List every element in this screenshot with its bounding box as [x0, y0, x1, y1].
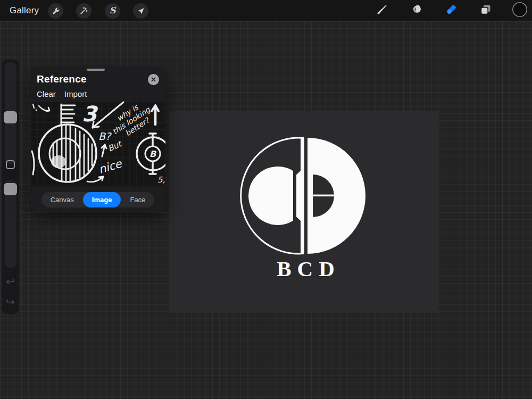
undo-button[interactable]: ↩ [2, 275, 19, 289]
actions-button[interactable] [48, 3, 63, 19]
artwork-canvas[interactable]: BCD [169, 111, 439, 313]
layers-button[interactable] [477, 2, 494, 19]
panel-actions: Clear Import [37, 89, 87, 98]
brush-size-handle[interactable] [4, 111, 17, 123]
modify-square-button[interactable] [6, 160, 15, 169]
paint-tool-button[interactable] [373, 2, 390, 19]
smudge-finger-icon [410, 3, 423, 19]
sketch-number-three: 3 [82, 102, 98, 126]
active-color-swatch [512, 2, 528, 20]
sketch-note: why is this looking better? [106, 101, 157, 143]
gallery-button[interactable]: Gallery [10, 5, 39, 16]
undo-icon: ↩ [6, 276, 15, 287]
tab-canvas[interactable]: Canvas [41, 192, 83, 207]
layers-icon [479, 3, 493, 19]
opacity-handle[interactable] [4, 183, 17, 195]
panel-drag-handle[interactable] [87, 69, 105, 71]
tab-image[interactable]: Image [83, 192, 121, 207]
close-icon: ✕ [151, 76, 156, 84]
color-button[interactable] [511, 2, 528, 19]
import-button[interactable]: Import [64, 89, 87, 98]
reference-mode-tabs: Canvas Image Face [41, 192, 155, 207]
clear-button[interactable]: Clear [37, 89, 56, 98]
erase-tool-button[interactable] [443, 2, 460, 19]
brush-sidebar: ↩ ↪ [2, 60, 19, 314]
redo-button[interactable]: ↪ [2, 295, 19, 309]
selection-s-icon: S [110, 5, 116, 15]
redo-icon: ↪ [6, 296, 15, 307]
procreate-app: Gallery S [0, 0, 532, 399]
sketch-nice: nice [97, 157, 124, 176]
selection-button[interactable]: S [105, 3, 120, 19]
reference-image[interactable]: 3 why is this looking better? B? But nic… [30, 101, 165, 187]
tab-face[interactable]: Face [121, 192, 154, 207]
wrench-icon [51, 6, 60, 15]
sketch-b-center: B [149, 149, 157, 159]
adjustments-button[interactable] [76, 3, 92, 19]
transform-arrow-icon [137, 7, 145, 15]
smudge-tool-button[interactable] [408, 2, 425, 19]
paintbrush-icon [375, 3, 389, 19]
sketch-five: 5, [157, 175, 165, 185]
logo-text-bcd: BCD [277, 256, 340, 281]
close-button[interactable]: ✕ [148, 74, 159, 85]
top-toolbar: Gallery S [0, 0, 532, 21]
magic-wand-icon [79, 6, 88, 15]
eraser-icon [444, 2, 459, 19]
transform-button[interactable] [133, 3, 148, 19]
panel-title: Reference [37, 73, 87, 85]
sketch-b-question: B? [98, 130, 112, 142]
reference-mode-footer: Canvas Image Face [30, 187, 165, 212]
reference-sketch: 3 why is this looking better? B? But nic… [30, 101, 165, 187]
bcd-logo-artwork: BCD [169, 111, 439, 313]
reference-panel: Reference ✕ Clear Import [30, 67, 165, 212]
